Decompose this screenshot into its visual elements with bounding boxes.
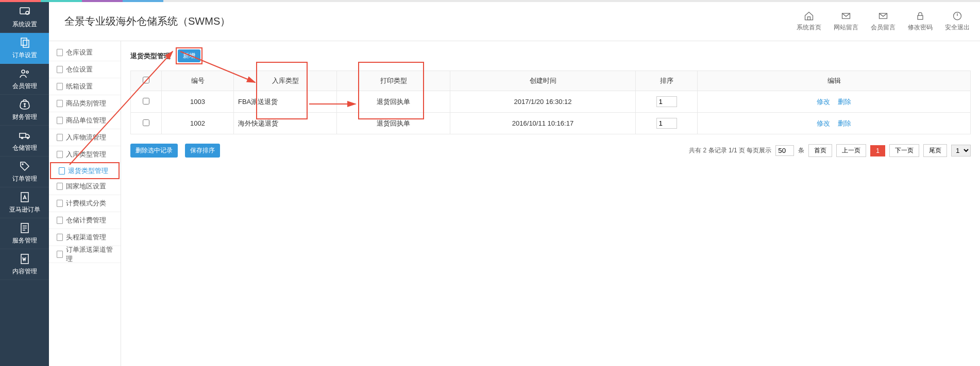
cell-id: 1003 xyxy=(162,91,234,113)
sidebar-item-system[interactable]: 系统设置 xyxy=(0,2,49,33)
cell-id: 1002 xyxy=(162,113,234,134)
col-sort: 排序 xyxy=(636,71,698,91)
last-page-button[interactable]: 尾页 xyxy=(923,144,947,157)
next-page-button[interactable]: 下一页 xyxy=(889,144,919,157)
prev-page-button[interactable]: 上一页 xyxy=(836,144,866,157)
doc-icon xyxy=(57,49,63,56)
row-checkbox[interactable] xyxy=(143,119,149,126)
sidebar-item-amazon[interactable]: 亚马逊订单 xyxy=(0,187,49,218)
submenu-headhaul-channel[interactable]: 头程渠道管理 xyxy=(49,229,121,246)
select-all-checkbox[interactable] xyxy=(143,77,149,83)
truck-icon xyxy=(19,129,31,142)
edit-link[interactable]: 修改 xyxy=(817,119,830,127)
home-icon xyxy=(804,11,814,21)
svg-rect-0 xyxy=(20,8,29,14)
document-icon xyxy=(19,222,31,234)
tag-icon xyxy=(19,160,31,172)
svg-rect-3 xyxy=(23,40,29,47)
header-member-msg[interactable]: 会员留言 xyxy=(871,11,895,32)
submenu-delivery-channel[interactable]: 订单派送渠道管理 xyxy=(49,246,121,263)
svg-point-5 xyxy=(26,71,28,73)
submenu: 仓库设置 仓位设置 纸箱设置 商品类别管理 商品单位管理 入库物流管理 入库类型… xyxy=(49,41,121,366)
submenu-location-setup[interactable]: 仓位设置 xyxy=(49,61,121,78)
cell-time: 2017/1/20 16:30:12 xyxy=(450,91,636,113)
cell-type: FBA派送退货 xyxy=(234,91,337,113)
header-change-pwd[interactable]: 修改密码 xyxy=(908,11,933,32)
col-edit: 编辑 xyxy=(698,71,971,91)
gear-monitor-icon xyxy=(19,6,31,18)
submenu-warehouse-setup[interactable]: 仓库设置 xyxy=(49,44,121,61)
save-sort-button[interactable]: 保存排序 xyxy=(185,144,220,158)
svg-rect-16 xyxy=(808,17,810,20)
sidebar-label: 订单设置 xyxy=(12,51,37,60)
pagination: 共有 2 条记录 1/1 页 每页展示 条 首页 上一页 1 下一页 尾页 1 xyxy=(689,144,971,157)
pagination-info: 共有 2 条记录 1/1 页 每页展示 xyxy=(689,146,771,155)
submenu-storage-billing[interactable]: 仓储计费管理 xyxy=(49,212,121,229)
submenu-inbound-logistics[interactable]: 入库物流管理 xyxy=(49,129,121,146)
row-checkbox[interactable] xyxy=(143,98,149,104)
header-home[interactable]: 系统首页 xyxy=(797,11,821,32)
sidebar-label: 系统设置 xyxy=(12,20,37,29)
sidebar-item-orders[interactable]: 订单管理 xyxy=(0,156,49,187)
doc-icon xyxy=(57,83,63,90)
col-type: 入库类型 xyxy=(234,71,337,91)
sidebar-label: 财务管理 xyxy=(12,113,37,121)
sort-input[interactable] xyxy=(656,96,677,107)
doc-icon xyxy=(57,200,63,207)
page-body: 退货类型管理 新增 编号 入库类型 打印类型 创建时间 排序 xyxy=(121,41,980,366)
sidebar-item-finance[interactable]: 财务管理 xyxy=(0,95,49,126)
doc-icon xyxy=(57,151,63,158)
submenu-carton-setup[interactable]: 纸箱设置 xyxy=(49,78,121,95)
svg-point-7 xyxy=(21,137,23,139)
cell-print: 退货回执单 xyxy=(337,113,450,134)
header-logout[interactable]: 安全退出 xyxy=(945,11,970,32)
sidebar-item-content[interactable]: 内容管理 xyxy=(0,249,49,280)
cell-type: 海外快递退货 xyxy=(234,113,337,134)
cell-time: 2016/10/11 10:16:17 xyxy=(450,113,636,134)
delete-selected-button[interactable]: 删除选中记录 xyxy=(130,144,178,158)
delete-link[interactable]: 删除 xyxy=(838,98,851,106)
svg-rect-6 xyxy=(20,133,26,137)
sidebar-item-warehouse[interactable]: 仓储管理 xyxy=(0,126,49,156)
doc-icon xyxy=(57,251,63,258)
page-title: 退货类型管理 xyxy=(130,51,171,61)
sidebar-item-members[interactable]: 会员管理 xyxy=(0,64,49,95)
svg-rect-2 xyxy=(21,38,27,45)
copy-icon xyxy=(19,37,31,49)
new-button[interactable]: 新增 xyxy=(178,49,200,62)
current-page-button[interactable]: 1 xyxy=(870,145,885,156)
submenu-inbound-type[interactable]: 入库类型管理 xyxy=(49,146,121,163)
page-select[interactable]: 1 xyxy=(951,145,971,156)
cell-print: 退货回执单 xyxy=(337,91,450,113)
edit-link[interactable]: 修改 xyxy=(817,98,830,106)
svg-point-8 xyxy=(27,137,28,139)
first-page-button[interactable]: 首页 xyxy=(808,144,832,157)
document-a-icon xyxy=(19,191,31,203)
header-site-msg[interactable]: 网站留言 xyxy=(834,11,858,32)
doc-icon xyxy=(57,234,63,241)
doc-icon xyxy=(57,183,63,190)
doc-icon xyxy=(57,66,63,73)
submenu-product-unit[interactable]: 商品单位管理 xyxy=(49,112,121,129)
doc-icon xyxy=(59,167,65,175)
per-page-input[interactable] xyxy=(775,145,794,156)
submenu-product-category[interactable]: 商品类别管理 xyxy=(49,95,121,112)
table-row: 1003 FBA派送退货 退货回执单 2017/1/20 16:30:12 修改… xyxy=(131,91,971,113)
sidebar-item-order-settings[interactable]: 订单设置 xyxy=(0,33,49,64)
mail-icon xyxy=(878,11,888,21)
sidebar-item-services[interactable]: 服务管理 xyxy=(0,218,49,249)
delete-link[interactable]: 删除 xyxy=(838,119,851,127)
users-icon xyxy=(19,67,31,80)
submenu-return-type[interactable]: 退货类型管理 xyxy=(50,162,120,179)
sort-input[interactable] xyxy=(656,118,677,129)
sidebar-label: 服务管理 xyxy=(12,236,37,245)
word-doc-icon xyxy=(19,253,31,265)
app-title: 全景专业级海外仓储系统（SWMS） xyxy=(64,14,230,28)
svg-rect-19 xyxy=(918,15,923,19)
submenu-country-region[interactable]: 国家地区设置 xyxy=(49,178,121,195)
money-bag-icon xyxy=(19,98,31,111)
page-header: 全景专业级海外仓储系统（SWMS） 系统首页 网站留言 会员留言 修改密码 xyxy=(49,2,980,41)
doc-icon xyxy=(57,117,63,124)
highlight-box-new: 新增 xyxy=(176,47,202,64)
submenu-billing-mode[interactable]: 计费模式分类 xyxy=(49,195,121,212)
